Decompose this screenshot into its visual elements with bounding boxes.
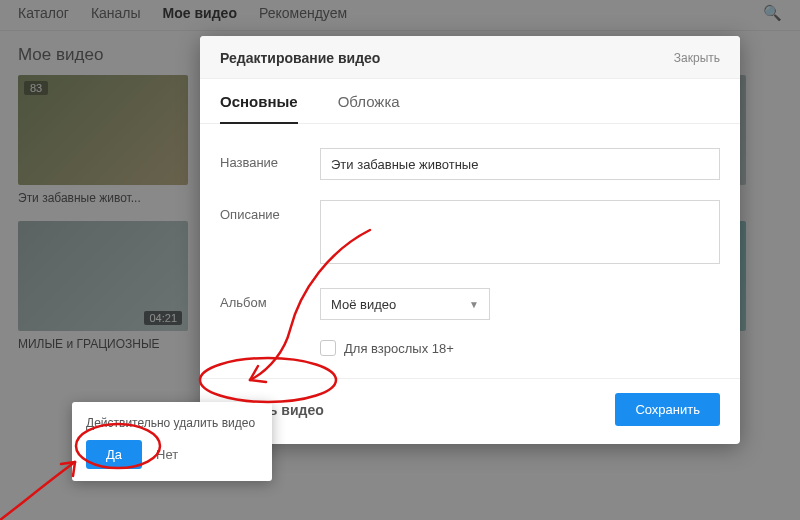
description-input[interactable] — [320, 200, 720, 264]
label-album: Альбом — [220, 288, 320, 310]
confirm-yes-button[interactable]: Да — [86, 440, 142, 469]
confirm-delete-popover: Действительно удалить видео Да Нет — [72, 402, 272, 481]
tab-cover[interactable]: Обложка — [338, 93, 400, 123]
modal-close-button[interactable]: Закрыть — [674, 51, 720, 65]
save-button[interactable]: Сохранить — [615, 393, 720, 426]
album-selected-value: Моё видео — [331, 297, 396, 312]
adult-checkbox[interactable] — [320, 340, 336, 356]
confirm-message: Действительно удалить видео — [86, 416, 258, 430]
tab-main[interactable]: Основные — [220, 93, 298, 124]
label-description: Описание — [220, 200, 320, 222]
modal-title: Редактирование видео — [220, 50, 380, 66]
edit-video-modal: Редактирование видео Закрыть Основные Об… — [200, 36, 740, 444]
album-select[interactable]: Моё видео ▼ — [320, 288, 490, 320]
adult-label: Для взрослых 18+ — [344, 341, 454, 356]
chevron-down-icon: ▼ — [469, 299, 479, 310]
modal-tabs: Основные Обложка — [200, 79, 740, 124]
name-input[interactable] — [320, 148, 720, 180]
confirm-no-button[interactable]: Нет — [156, 447, 178, 462]
label-name: Название — [220, 148, 320, 170]
